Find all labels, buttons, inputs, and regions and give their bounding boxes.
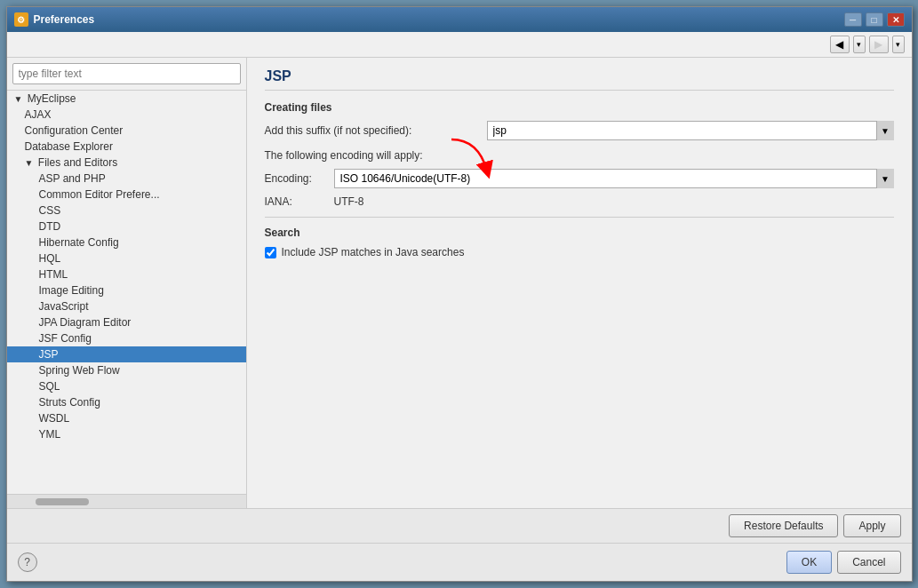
section-divider bbox=[265, 217, 894, 218]
tree-item-spring-web-flow[interactable]: Spring Web Flow bbox=[7, 362, 246, 378]
iana-row: IANA: UTF-8 bbox=[265, 195, 894, 208]
minimize-button[interactable]: ─ bbox=[844, 12, 862, 27]
tree-item-files-editors[interactable]: ▼ Files and Editors bbox=[7, 155, 246, 171]
tree-item-jsp[interactable]: JSP bbox=[7, 346, 246, 362]
ok-cancel-group: OK Cancel bbox=[786, 551, 901, 574]
restore-button[interactable]: □ bbox=[866, 12, 883, 27]
tree-item-ajax[interactable]: AJAX bbox=[7, 107, 246, 123]
search-input[interactable] bbox=[12, 63, 241, 84]
sidebar: ▼ MyEclipse AJAX Configuration Center Da… bbox=[7, 58, 247, 508]
tree-item-hql[interactable]: HQL bbox=[7, 250, 246, 266]
search-section-label: Search bbox=[265, 226, 894, 239]
right-panel: JSP Creating files Add this suffix (if n… bbox=[247, 58, 912, 508]
nav-bar: ◀ ▾ ▶ ▾ bbox=[7, 32, 912, 58]
jsp-search-checkbox[interactable] bbox=[265, 247, 276, 258]
creating-files-label: Creating files bbox=[265, 101, 894, 114]
tree-item-common-editor[interactable]: Common Editor Prefere... bbox=[7, 187, 246, 203]
tree-item-javascript[interactable]: JavaScript bbox=[7, 298, 246, 314]
main-area: ▼ MyEclipse AJAX Configuration Center Da… bbox=[7, 58, 912, 508]
close-button[interactable]: ✕ bbox=[887, 12, 905, 27]
iana-value: UTF-8 bbox=[334, 195, 364, 208]
tree-arrow-files: ▼ bbox=[25, 158, 36, 168]
tree-item-jpa-diagram-editor[interactable]: JPA Diagram Editor bbox=[7, 314, 246, 330]
window-controls: ─ □ ✕ bbox=[844, 12, 905, 27]
tree-item-dtd[interactable]: DTD bbox=[7, 219, 246, 234]
suffix-row: Add this suffix (if not specified): jsp … bbox=[265, 121, 894, 140]
tree-item-asp-php[interactable]: ASP and PHP bbox=[7, 171, 246, 187]
iana-label: IANA: bbox=[265, 195, 327, 208]
encoding-label: Encoding: bbox=[265, 172, 327, 185]
app-icon: ⚙ bbox=[14, 12, 28, 27]
tree-item-sql[interactable]: SQL bbox=[7, 378, 246, 394]
encoding-section: The following encoding will apply: Encod… bbox=[265, 149, 894, 208]
preferences-window: ⚙ Preferences ─ □ ✕ ◀ ▾ ▶ ▾ ▼ MyEc bbox=[6, 6, 913, 582]
tree-area: ▼ MyEclipse AJAX Configuration Center Da… bbox=[7, 91, 246, 494]
tree-item-jsf-config[interactable]: JSF Config bbox=[7, 330, 246, 346]
tree-item-image-editing[interactable]: Image Editing bbox=[7, 282, 246, 298]
suffix-select[interactable]: jsp html jspx bbox=[487, 121, 894, 140]
encoding-select-wrapper: ISO 10646/Unicode(UTF-8) UTF-8 ISO-8859-… bbox=[334, 169, 894, 188]
panel-title: JSP bbox=[265, 68, 894, 91]
checkbox-row: Include JSP matches in Java searches bbox=[265, 246, 894, 258]
encoding-select[interactable]: ISO 10646/Unicode(UTF-8) UTF-8 ISO-8859-… bbox=[334, 169, 894, 188]
restore-defaults-button[interactable]: Restore Defaults bbox=[729, 514, 838, 537]
suffix-select-wrapper: jsp html jspx ▼ bbox=[487, 121, 894, 140]
tree-item-html[interactable]: HTML bbox=[7, 266, 246, 282]
tree-item-wsdl[interactable]: WSDL bbox=[7, 410, 246, 426]
ok-button[interactable]: OK bbox=[786, 551, 832, 574]
h-scroll-thumb[interactable] bbox=[36, 498, 89, 505]
tree-item-config-center[interactable]: Configuration Center bbox=[7, 123, 246, 139]
encoding-intro: The following encoding will apply: bbox=[265, 149, 894, 162]
search-box bbox=[7, 58, 246, 91]
tree-item-css[interactable]: CSS bbox=[7, 203, 246, 219]
action-bar: Restore Defaults Apply bbox=[7, 508, 912, 543]
tree-item-yml[interactable]: YML bbox=[7, 426, 246, 442]
bottom-bar: ? OK Cancel bbox=[7, 543, 912, 581]
cancel-button[interactable]: Cancel bbox=[837, 551, 900, 574]
suffix-label: Add this suffix (if not specified): bbox=[265, 124, 487, 137]
forward-button[interactable]: ▶ bbox=[869, 36, 889, 53]
tree-item-struts-config[interactable]: Struts Config bbox=[7, 394, 246, 410]
tree-item-hibernate-config[interactable]: Hibernate Config bbox=[7, 234, 246, 250]
help-button[interactable]: ? bbox=[18, 552, 37, 572]
forward-dropdown[interactable]: ▾ bbox=[892, 36, 905, 53]
back-button[interactable]: ◀ bbox=[830, 36, 850, 53]
tree-arrow: ▼ bbox=[14, 94, 25, 104]
window-title: Preferences bbox=[34, 13, 844, 26]
back-dropdown[interactable]: ▾ bbox=[853, 36, 866, 53]
titlebar: ⚙ Preferences ─ □ ✕ bbox=[7, 7, 912, 32]
encoding-row: Encoding: ISO 10646/Unicode(UTF-8) UTF-8… bbox=[265, 169, 894, 188]
tree-item-myeclipse[interactable]: ▼ MyEclipse bbox=[7, 91, 246, 107]
apply-button[interactable]: Apply bbox=[843, 514, 900, 537]
tree-item-db-explorer[interactable]: Database Explorer bbox=[7, 139, 246, 155]
checkbox-label[interactable]: Include JSP matches in Java searches bbox=[282, 246, 465, 258]
horizontal-scrollbar[interactable] bbox=[7, 494, 246, 508]
